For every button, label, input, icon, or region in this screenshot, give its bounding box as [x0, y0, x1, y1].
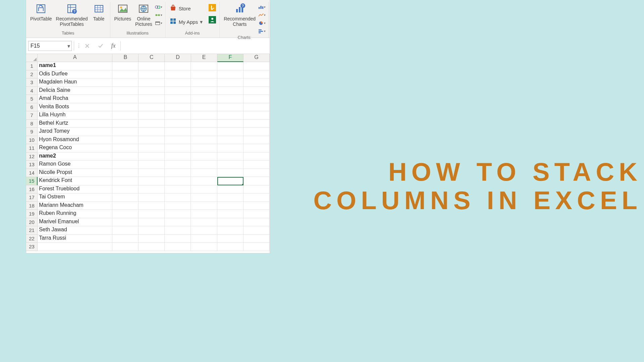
cell-D2[interactable] [165, 70, 191, 79]
cell-B4[interactable] [112, 87, 139, 95]
cell-E3[interactable] [191, 78, 217, 87]
cell-B15[interactable] [112, 177, 139, 185]
cell-C4[interactable] [139, 87, 165, 95]
cell-C23[interactable] [139, 243, 165, 251]
row-header[interactable]: 19 [26, 210, 38, 218]
row-header[interactable]: 15 [26, 177, 38, 185]
row-header[interactable]: 5 [26, 95, 38, 103]
cell-C10[interactable] [139, 136, 165, 144]
row-header[interactable]: 3 [26, 78, 38, 87]
cell-G3[interactable] [244, 78, 270, 87]
cell-E22[interactable] [191, 235, 217, 243]
pictures-button[interactable]: Pictures [113, 2, 133, 22]
cell-E9[interactable] [191, 128, 217, 136]
formula-input[interactable] [123, 41, 268, 51]
row-header[interactable]: 20 [26, 218, 38, 227]
store-button[interactable]: Store [168, 3, 204, 13]
cell-G6[interactable] [244, 103, 270, 112]
screenshot-button[interactable]: ▾ [155, 19, 162, 27]
row-header[interactable]: 21 [26, 226, 38, 235]
cell-A16[interactable]: Forest Trueblood [38, 185, 112, 194]
cell-B21[interactable] [112, 226, 139, 235]
cell-G2[interactable] [244, 70, 270, 79]
cell-A18[interactable]: Mariann Meacham [38, 202, 112, 210]
cell-B16[interactable] [112, 185, 139, 194]
cell-E11[interactable] [191, 144, 217, 153]
cell-F10[interactable] [217, 136, 244, 144]
cell-E1[interactable] [191, 62, 217, 70]
select-all-corner[interactable] [26, 54, 38, 62]
cell-E5[interactable] [191, 95, 217, 103]
cell-E10[interactable] [191, 136, 217, 144]
cell-B2[interactable] [112, 70, 139, 79]
column-chart-button[interactable]: ▾ [258, 3, 266, 11]
cell-F7[interactable] [217, 111, 244, 120]
cell-D11[interactable] [165, 144, 191, 153]
row-header[interactable]: 18 [26, 202, 38, 210]
cell-E2[interactable] [191, 70, 217, 79]
cell-E20[interactable] [191, 218, 217, 227]
cell-B7[interactable] [112, 111, 139, 120]
row-header[interactable]: 10 [26, 136, 38, 144]
cell-B18[interactable] [112, 202, 139, 210]
column-header-A[interactable]: A [38, 54, 112, 62]
cell-D3[interactable] [165, 78, 191, 87]
cell-C1[interactable] [139, 62, 165, 70]
cell-B10[interactable] [112, 136, 139, 144]
cell-F5[interactable] [217, 95, 244, 103]
cell-A1[interactable]: name1 [38, 62, 112, 70]
cell-D6[interactable] [165, 103, 191, 112]
cell-A12[interactable]: name2 [38, 153, 112, 161]
cell-A20[interactable]: Marivel Emanuel [38, 218, 112, 227]
cell-F3[interactable] [217, 78, 244, 87]
online-pictures-button[interactable]: OnlinePictures [134, 2, 154, 27]
cell-A5[interactable]: Amal Rocha [38, 95, 112, 103]
cell-B12[interactable] [112, 153, 139, 161]
table-button[interactable]: Table [91, 2, 107, 22]
row-header[interactable]: 17 [26, 193, 38, 202]
cell-D5[interactable] [165, 95, 191, 103]
smartart-button[interactable]: ▾ [155, 11, 162, 19]
cell-F1[interactable] [217, 62, 244, 70]
cell-C7[interactable] [139, 111, 165, 120]
pivottable-button[interactable]: PivotTable [29, 2, 53, 22]
fx-icon[interactable]: fx [108, 42, 118, 49]
cell-G20[interactable] [244, 218, 270, 227]
column-header-B[interactable]: B [112, 54, 139, 62]
cell-F4[interactable] [217, 87, 244, 95]
cell-G10[interactable] [244, 136, 270, 144]
cell-B1[interactable] [112, 62, 139, 70]
column-header-F[interactable]: F [217, 54, 244, 62]
cell-F2[interactable] [217, 70, 244, 79]
cell-C11[interactable] [139, 144, 165, 153]
cell-F23[interactable] [217, 243, 244, 251]
cell-D22[interactable] [165, 235, 191, 243]
row-header[interactable]: 8 [26, 120, 38, 128]
shapes-button[interactable]: ▾ [155, 3, 162, 11]
cell-D9[interactable] [165, 128, 191, 136]
cell-A11[interactable]: Regena Coco [38, 144, 112, 153]
cell-G7[interactable] [244, 111, 270, 120]
cell-A15[interactable]: Kendrick Font [38, 177, 112, 185]
column-header-C[interactable]: C [139, 54, 165, 62]
cell-G22[interactable] [244, 235, 270, 243]
cell-B5[interactable] [112, 95, 139, 103]
cell-C5[interactable] [139, 95, 165, 103]
row-header[interactable]: 11 [26, 144, 38, 153]
cell-A19[interactable]: Ruben Running [38, 210, 112, 218]
row-header[interactable]: 23 [26, 243, 38, 251]
cell-B23[interactable] [112, 243, 139, 251]
cell-B14[interactable] [112, 169, 139, 177]
cell-B19[interactable] [112, 210, 139, 218]
cell-C6[interactable] [139, 103, 165, 112]
bar-chart-button[interactable]: ▾ [258, 27, 266, 35]
accept-formula-button[interactable] [95, 41, 106, 51]
pie-chart-button[interactable]: ▾ [258, 19, 266, 27]
row-header[interactable]: 14 [26, 169, 38, 177]
cell-C22[interactable] [139, 235, 165, 243]
cell-B8[interactable] [112, 120, 139, 128]
cell-F21[interactable] [217, 226, 244, 235]
cell-F22[interactable] [217, 235, 244, 243]
cell-D1[interactable] [165, 62, 191, 70]
cell-D8[interactable] [165, 120, 191, 128]
